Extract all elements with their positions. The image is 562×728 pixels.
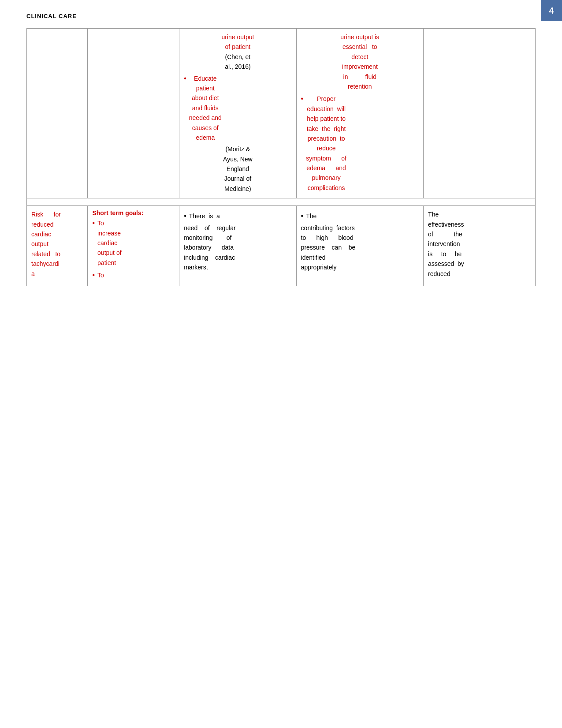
- lower-col3-including: including cardiac: [184, 253, 291, 262]
- upper-col4-line5: in fluid: [301, 72, 419, 82]
- goal-bullet-1-text: To increase cardiac output of patient: [97, 218, 122, 268]
- lower-col1-tachycardi: tachycardi: [31, 259, 83, 269]
- page-title: CLINICAL CARE: [26, 13, 77, 19]
- lower-col1-reduced: reduced: [31, 220, 83, 229]
- bullet-icon-proper: •: [301, 94, 304, 104]
- goal1-line3: cardiac: [97, 238, 122, 248]
- goal-bullet-icon-2: •: [92, 270, 95, 280]
- table-row-upper: urine output of patient (Chen, et al., 2…: [27, 29, 536, 198]
- lower-col4-the: The: [306, 211, 316, 221]
- lower-col4-identified: identified: [301, 253, 419, 262]
- upper-col5: [424, 29, 536, 198]
- goal-bullet-1: • To increase cardiac output of patient: [92, 218, 175, 268]
- upper-col4: urine output is essential to detect impr…: [296, 29, 424, 198]
- spacer-row: [27, 198, 536, 206]
- lower-col1-output: output: [31, 239, 83, 249]
- upper-col3-moritz: (Moritz &: [184, 144, 291, 154]
- lower-col3-there: There is a: [189, 211, 220, 221]
- page-header: CLINICAL CARE: [0, 0, 562, 24]
- upper-col3-line2: of patient: [184, 42, 291, 52]
- educate-line4: and fluids: [189, 103, 222, 113]
- page-number: 4: [549, 6, 554, 16]
- lower-col3: • There is a need of regular monitoring …: [179, 206, 296, 286]
- lower-col3-monitoring: monitoring of: [184, 233, 291, 243]
- main-content: urine output of patient (Chen, et al., 2…: [0, 28, 562, 286]
- lower-col3-bullet: • There is a: [184, 211, 291, 221]
- educate-line5: needed and: [189, 113, 222, 123]
- lower-col4-appropriately: appropriately: [301, 262, 419, 272]
- upper-col4-line3: detect: [301, 52, 419, 62]
- upper-col4-proper-bullet: • Proper education will help patient to …: [301, 94, 419, 193]
- upper-col3-ayus: Ayus, New: [184, 154, 291, 164]
- proper-line4: take the right: [306, 124, 346, 134]
- goal2-line1: To: [97, 270, 104, 280]
- upper-col2: [88, 29, 179, 198]
- clinical-care-table: urine output of patient (Chen, et al., 2…: [26, 28, 536, 286]
- lower-col2: Short term goals: • To increase cardiac …: [88, 206, 179, 286]
- lower-col5-assessed: assessed by: [428, 259, 531, 269]
- bullet-icon-educate: •: [184, 74, 186, 83]
- page-number-badge: 4: [541, 0, 562, 21]
- goal1-line1: To: [97, 218, 122, 228]
- short-term-goals-label: Short term goals:: [92, 209, 143, 217]
- upper-col4-line2: essential to: [301, 42, 419, 52]
- lower-col5-reduced: reduced: [428, 269, 531, 279]
- lower-col5-is: is to be: [428, 249, 531, 259]
- educate-line1: Educate: [189, 74, 222, 83]
- proper-line8: edema and: [306, 163, 346, 173]
- goal1-line5: patient: [97, 258, 122, 268]
- lower-col1: Risk for reduced cardiac output related …: [27, 206, 88, 286]
- lower-col4-pressure: pressure can be: [301, 243, 419, 252]
- spacer-cell: [27, 198, 536, 206]
- lower-col3-bullet-icon: •: [184, 211, 186, 221]
- lower-col3-markers: markers,: [184, 262, 291, 272]
- upper-col3-line1: urine output: [184, 32, 291, 42]
- upper-col3-educate-bullet: • Educate patient about diet and fluids …: [184, 74, 291, 143]
- goal-bullet-icon-1: •: [92, 218, 95, 228]
- lower-col1-a: a: [31, 269, 83, 279]
- upper-col3-england: England: [184, 164, 291, 174]
- lower-col1-risk: Risk for: [31, 209, 83, 219]
- goal-bullet-2-text: To: [97, 270, 104, 280]
- proper-line3: help patient to: [306, 114, 346, 123]
- proper-line1: Proper: [306, 94, 346, 104]
- goal-bullet-2: • To: [92, 270, 175, 280]
- upper-col3-line3: (Chen, et: [184, 52, 291, 62]
- proper-line5: precaution to: [306, 134, 346, 143]
- lower-col4-bullet-icon: •: [301, 211, 304, 221]
- upper-col4-line1: urine output is: [301, 32, 419, 42]
- lower-col4-to: to high blood: [301, 233, 419, 243]
- lower-col1-related: related to: [31, 249, 83, 259]
- educate-line7: edema: [189, 133, 222, 142]
- upper-col3-educate-text: Educate patient about diet and fluids ne…: [189, 74, 222, 143]
- upper-col3-line4: al., 2016): [184, 62, 291, 71]
- lower-col5: The effectiveness of the intervention is…: [424, 206, 536, 286]
- proper-line9: pulmonary: [306, 173, 346, 183]
- educate-line2: patient: [189, 83, 222, 93]
- educate-line3: about diet: [189, 93, 222, 103]
- lower-col4-contributing: contributing factors: [301, 223, 419, 233]
- lower-col5-effectiveness: effectiveness: [428, 220, 531, 229]
- upper-col4-line6: retention: [301, 82, 419, 91]
- goal1-line2: increase: [97, 228, 122, 238]
- proper-line7: symptom of: [306, 153, 346, 163]
- lower-col3-bullet-text: There is a: [189, 211, 220, 221]
- proper-line10: complications: [306, 183, 346, 193]
- lower-col5-of: of the: [428, 229, 531, 239]
- lower-col5-intervention: intervention: [428, 239, 531, 249]
- proper-line2: education will: [306, 104, 346, 114]
- table-row-lower: Risk for reduced cardiac output related …: [27, 206, 536, 286]
- lower-col1-cardiac: cardiac: [31, 229, 83, 239]
- proper-line6: reduce: [306, 143, 346, 153]
- goal1-line4: output of: [97, 248, 122, 258]
- upper-col4-line4: improvement: [301, 62, 419, 71]
- lower-col5-the: The: [428, 209, 531, 219]
- upper-col4-proper-text: Proper education will help patient to ta…: [306, 94, 346, 193]
- educate-line6: causes of: [189, 123, 222, 133]
- lower-col3-need: need of regular: [184, 223, 291, 233]
- lower-col4: • The contributing factors to high blood…: [296, 206, 424, 286]
- upper-col3-medicine: Medicine): [184, 184, 291, 194]
- upper-col3: urine output of patient (Chen, et al., 2…: [179, 29, 296, 198]
- lower-col3-laboratory: laboratory data: [184, 243, 291, 252]
- upper-col1: [27, 29, 88, 198]
